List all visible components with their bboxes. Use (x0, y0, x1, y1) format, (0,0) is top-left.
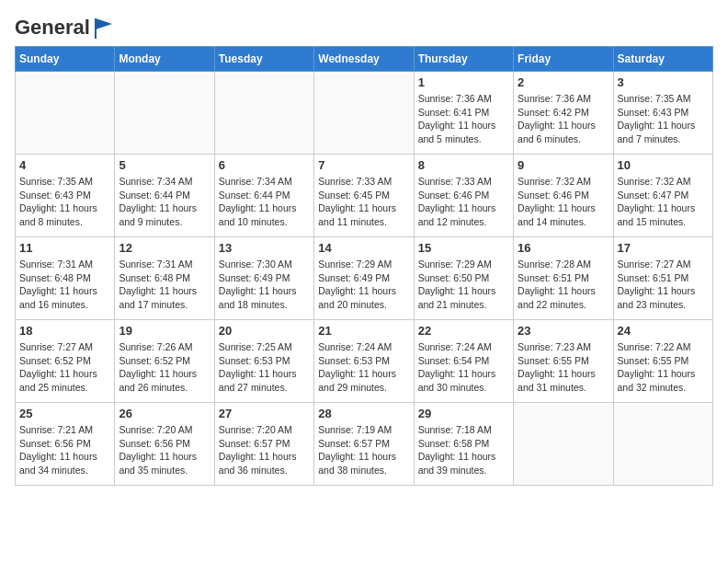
calendar-cell: 12Sunrise: 7:31 AM Sunset: 6:48 PM Dayli… (115, 237, 214, 320)
day-number: 28 (318, 407, 409, 420)
calendar-cell: 5Sunrise: 7:34 AM Sunset: 6:44 PM Daylig… (115, 155, 214, 237)
calendar-cell: 22Sunrise: 7:24 AM Sunset: 6:54 PM Dayli… (414, 320, 513, 403)
day-info: Sunrise: 7:20 AM Sunset: 6:57 PM Dayligh… (219, 423, 310, 477)
calendar-cell: 11Sunrise: 7:31 AM Sunset: 6:48 PM Dayli… (16, 237, 115, 320)
weekday-header-tuesday: Tuesday (214, 47, 313, 72)
calendar-cell: 23Sunrise: 7:23 AM Sunset: 6:55 PM Dayli… (514, 320, 613, 403)
calendar-cell: 16Sunrise: 7:28 AM Sunset: 6:51 PM Dayli… (514, 237, 613, 320)
calendar-cell: 4Sunrise: 7:35 AM Sunset: 6:43 PM Daylig… (16, 155, 115, 237)
day-info: Sunrise: 7:29 AM Sunset: 6:49 PM Dayligh… (318, 258, 409, 312)
logo: General (15, 15, 118, 37)
day-number: 11 (19, 241, 110, 255)
calendar-cell: 3Sunrise: 7:35 AM Sunset: 6:43 PM Daylig… (613, 72, 712, 155)
calendar-week-row: 25Sunrise: 7:21 AM Sunset: 6:56 PM Dayli… (16, 403, 713, 486)
day-number: 3 (618, 75, 709, 89)
calendar-cell: 2Sunrise: 7:36 AM Sunset: 6:42 PM Daylig… (514, 72, 613, 155)
day-number: 4 (19, 158, 110, 172)
day-number: 16 (518, 241, 609, 255)
day-number: 8 (418, 158, 509, 172)
weekday-header-sunday: Sunday (16, 47, 115, 72)
calendar-cell: 9Sunrise: 7:32 AM Sunset: 6:46 PM Daylig… (514, 155, 613, 237)
day-info: Sunrise: 7:20 AM Sunset: 6:56 PM Dayligh… (119, 423, 210, 477)
calendar-cell: 25Sunrise: 7:21 AM Sunset: 6:56 PM Dayli… (16, 403, 115, 486)
weekday-header-saturday: Saturday (613, 47, 712, 72)
calendar-cell: 29Sunrise: 7:18 AM Sunset: 6:58 PM Dayli… (414, 403, 513, 486)
calendar-cell: 28Sunrise: 7:19 AM Sunset: 6:57 PM Dayli… (314, 403, 414, 486)
day-info: Sunrise: 7:34 AM Sunset: 6:44 PM Dayligh… (119, 175, 210, 229)
weekday-header-wednesday: Wednesday (314, 47, 414, 72)
day-number: 29 (418, 407, 509, 420)
calendar-week-row: 18Sunrise: 7:27 AM Sunset: 6:52 PM Dayli… (16, 320, 713, 403)
day-info: Sunrise: 7:18 AM Sunset: 6:58 PM Dayligh… (418, 423, 509, 477)
day-info: Sunrise: 7:28 AM Sunset: 6:51 PM Dayligh… (518, 258, 609, 312)
day-info: Sunrise: 7:30 AM Sunset: 6:49 PM Dayligh… (219, 258, 310, 312)
svg-marker-0 (96, 18, 112, 29)
calendar-cell (115, 72, 214, 155)
day-number: 24 (618, 324, 709, 338)
day-info: Sunrise: 7:27 AM Sunset: 6:52 PM Dayligh… (19, 340, 110, 395)
calendar-table: SundayMondayTuesdayWednesdayThursdayFrid… (15, 46, 713, 486)
day-number: 9 (518, 158, 609, 172)
weekday-header-thursday: Thursday (414, 47, 513, 72)
calendar-cell: 18Sunrise: 7:27 AM Sunset: 6:52 PM Dayli… (16, 320, 115, 403)
day-info: Sunrise: 7:33 AM Sunset: 6:45 PM Dayligh… (318, 175, 409, 229)
day-info: Sunrise: 7:31 AM Sunset: 6:48 PM Dayligh… (19, 258, 110, 312)
calendar-cell: 14Sunrise: 7:29 AM Sunset: 6:49 PM Dayli… (314, 237, 414, 320)
calendar-cell (214, 72, 313, 155)
day-number: 27 (219, 407, 310, 420)
calendar-cell: 10Sunrise: 7:32 AM Sunset: 6:47 PM Dayli… (613, 155, 712, 237)
weekday-header-monday: Monday (115, 47, 214, 72)
day-info: Sunrise: 7:22 AM Sunset: 6:55 PM Dayligh… (618, 340, 709, 395)
day-number: 19 (119, 324, 210, 338)
day-number: 2 (518, 75, 609, 89)
calendar-cell: 26Sunrise: 7:20 AM Sunset: 6:56 PM Dayli… (115, 403, 214, 486)
calendar-cell: 15Sunrise: 7:29 AM Sunset: 6:50 PM Dayli… (414, 237, 513, 320)
day-number: 7 (318, 158, 409, 172)
day-info: Sunrise: 7:35 AM Sunset: 6:43 PM Dayligh… (19, 175, 110, 229)
day-info: Sunrise: 7:32 AM Sunset: 6:47 PM Dayligh… (618, 175, 709, 229)
weekday-header-friday: Friday (514, 47, 613, 72)
day-info: Sunrise: 7:25 AM Sunset: 6:53 PM Dayligh… (219, 340, 310, 395)
logo-general-text: General (15, 16, 90, 40)
day-info: Sunrise: 7:24 AM Sunset: 6:53 PM Dayligh… (318, 340, 409, 395)
day-info: Sunrise: 7:36 AM Sunset: 6:41 PM Dayligh… (418, 92, 509, 146)
day-number: 17 (618, 241, 709, 255)
day-number: 23 (518, 324, 609, 338)
day-info: Sunrise: 7:36 AM Sunset: 6:42 PM Dayligh… (518, 92, 609, 146)
calendar-cell: 7Sunrise: 7:33 AM Sunset: 6:45 PM Daylig… (314, 155, 414, 237)
calendar-cell: 20Sunrise: 7:25 AM Sunset: 6:53 PM Dayli… (214, 320, 313, 403)
calendar-week-row: 4Sunrise: 7:35 AM Sunset: 6:43 PM Daylig… (16, 155, 713, 237)
day-info: Sunrise: 7:35 AM Sunset: 6:43 PM Dayligh… (618, 92, 709, 146)
day-number: 22 (418, 324, 509, 338)
calendar-week-row: 11Sunrise: 7:31 AM Sunset: 6:48 PM Dayli… (16, 237, 713, 320)
day-number: 14 (318, 241, 409, 255)
logo-flag-icon (92, 15, 118, 40)
calendar-cell: 21Sunrise: 7:24 AM Sunset: 6:53 PM Dayli… (314, 320, 414, 403)
calendar-cell: 13Sunrise: 7:30 AM Sunset: 6:49 PM Dayli… (214, 237, 313, 320)
calendar-cell (514, 403, 613, 486)
day-info: Sunrise: 7:29 AM Sunset: 6:50 PM Dayligh… (418, 258, 509, 312)
day-number: 5 (119, 158, 210, 172)
calendar-cell: 19Sunrise: 7:26 AM Sunset: 6:52 PM Dayli… (115, 320, 214, 403)
day-number: 18 (19, 324, 110, 338)
day-info: Sunrise: 7:21 AM Sunset: 6:56 PM Dayligh… (19, 423, 110, 477)
page-header: General (15, 15, 713, 37)
day-number: 25 (19, 407, 110, 420)
day-number: 26 (119, 407, 210, 420)
day-number: 15 (418, 241, 509, 255)
calendar-cell: 27Sunrise: 7:20 AM Sunset: 6:57 PM Dayli… (214, 403, 313, 486)
day-number: 1 (418, 75, 509, 89)
calendar-cell (613, 403, 712, 486)
day-info: Sunrise: 7:24 AM Sunset: 6:54 PM Dayligh… (418, 340, 509, 395)
day-info: Sunrise: 7:23 AM Sunset: 6:55 PM Dayligh… (518, 340, 609, 395)
day-info: Sunrise: 7:27 AM Sunset: 6:51 PM Dayligh… (618, 258, 709, 312)
calendar-cell: 17Sunrise: 7:27 AM Sunset: 6:51 PM Dayli… (613, 237, 712, 320)
day-info: Sunrise: 7:34 AM Sunset: 6:44 PM Dayligh… (219, 175, 310, 229)
calendar-cell: 8Sunrise: 7:33 AM Sunset: 6:46 PM Daylig… (414, 155, 513, 237)
day-info: Sunrise: 7:26 AM Sunset: 6:52 PM Dayligh… (119, 340, 210, 395)
day-info: Sunrise: 7:31 AM Sunset: 6:48 PM Dayligh… (119, 258, 210, 312)
calendar-cell: 1Sunrise: 7:36 AM Sunset: 6:41 PM Daylig… (414, 72, 513, 155)
day-number: 10 (618, 158, 709, 172)
day-info: Sunrise: 7:32 AM Sunset: 6:46 PM Dayligh… (518, 175, 609, 229)
calendar-cell (16, 72, 115, 155)
